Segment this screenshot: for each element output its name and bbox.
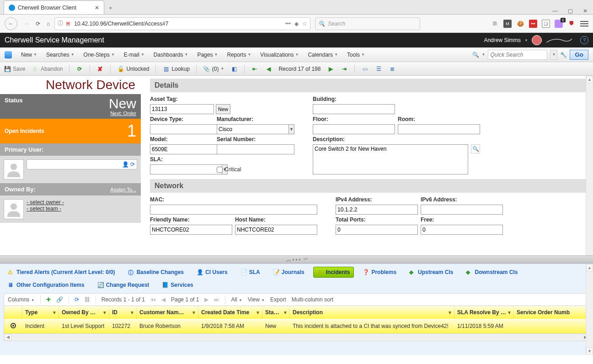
menu-new[interactable]: New▼ <box>21 52 37 58</box>
col-customer[interactable]: Customer Nam…▼ <box>137 306 198 319</box>
description-textarea[interactable] <box>313 144 468 174</box>
splitter-bar[interactable]: ︽ • • • ︾ <box>0 255 593 264</box>
back-button[interactable]: ← <box>5 17 17 30</box>
close-window-icon[interactable]: ✕ <box>583 8 588 14</box>
grid-hscroll[interactable]: ◀ ▶ <box>4 334 589 341</box>
menu-calendars[interactable]: Calendars▼ <box>308 52 338 58</box>
grid-link-icon[interactable]: 🔗 <box>56 296 63 303</box>
columns-button[interactable]: Columns ▼ <box>8 296 35 303</box>
device-type-dropdown[interactable]: ▼ <box>150 124 228 134</box>
refresh-icon[interactable]: ⟳ <box>76 65 83 73</box>
tab-journals[interactable]: 📝Journals <box>269 267 309 278</box>
ipv6-input[interactable] <box>421 205 503 215</box>
lookup-button[interactable]: Lookup <box>171 66 189 72</box>
save-button[interactable]: Save <box>13 66 25 72</box>
tab-incidents[interactable]: ⚠Incidents <box>313 267 354 278</box>
ipv4-input[interactable] <box>336 205 418 215</box>
manufacturer-dropdown[interactable]: ▼ <box>217 124 294 134</box>
free-input[interactable] <box>421 225 503 235</box>
next-record-icon[interactable]: ▶ <box>327 65 334 73</box>
more-icon[interactable]: ••• <box>285 21 291 27</box>
reload-button[interactable]: ⟳ <box>36 21 40 27</box>
attach-icon[interactable]: 📎 <box>203 65 210 73</box>
browser-tab[interactable]: Cherwell Browser Client ✕ <box>4 0 104 14</box>
host-input[interactable] <box>235 225 317 235</box>
col-service[interactable]: Service Order Numb <box>514 306 587 319</box>
building-input[interactable] <box>313 104 395 114</box>
eraser-icon[interactable]: ◧ <box>230 65 238 73</box>
ext-icon-reader[interactable]: ❏ <box>542 20 550 28</box>
menu-dashboards[interactable]: Dashboards▼ <box>154 52 188 58</box>
menu-visualizations[interactable]: Visualizations▼ <box>260 52 299 58</box>
ext-icon-ublock[interactable]: ⛊ <box>567 20 576 28</box>
description-zoom-icon[interactable]: 🔍 <box>471 144 480 153</box>
help-icon[interactable]: ? <box>580 36 588 44</box>
unlocked-label[interactable]: Unlocked <box>126 66 149 72</box>
collapse-up-icon[interactable]: ︽ <box>286 256 290 263</box>
menu-tools[interactable]: Tools▼ <box>347 52 365 58</box>
col-description[interactable]: Description▼ <box>290 306 454 319</box>
home-icon[interactable] <box>5 51 12 58</box>
library-icon[interactable]: III\ <box>491 20 499 28</box>
tab-upstream[interactable]: ◆Upstream CIs <box>405 267 457 278</box>
open-incidents-box[interactable]: Open Incidents 1 <box>0 119 141 143</box>
col-id[interactable]: ID▼ <box>109 306 137 319</box>
next-page-icon[interactable]: ▶ <box>204 296 208 303</box>
info-icon[interactable]: ⓘ <box>58 20 63 27</box>
prev-record-icon[interactable]: ◀ <box>265 65 272 73</box>
user-avatar[interactable] <box>532 35 542 45</box>
view-form-icon[interactable]: ▭ <box>361 65 369 73</box>
close-tab-icon[interactable]: ✕ <box>95 5 99 11</box>
bottom-scrollbar[interactable]: ▲▼ <box>586 264 593 355</box>
ext-icon-lastpass[interactable]: ••• <box>529 20 537 28</box>
primary-user-field[interactable]: 👤⟳ <box>27 159 137 169</box>
minimize-icon[interactable]: — <box>552 8 558 14</box>
wrench-icon[interactable]: 🔧 <box>560 52 567 58</box>
sla-dropdown[interactable]: ▼ <box>150 164 228 174</box>
asset-new-button[interactable]: New <box>216 104 230 114</box>
select-team-link[interactable]: - select team - <box>27 206 64 212</box>
tab-change-request[interactable]: 🔄Change Request <box>93 280 154 290</box>
tab-other-ci[interactable]: 🖥Other Configuration Items <box>4 280 89 290</box>
collapse-down-icon[interactable]: ︾ <box>303 256 307 263</box>
tab-services[interactable]: 📘Services <box>158 280 197 290</box>
quick-search-input[interactable] <box>488 50 547 60</box>
col-sla[interactable]: SLA Resolve By …▼ <box>454 306 514 319</box>
serial-input[interactable] <box>217 144 294 154</box>
ext-icon-badge[interactable]: 0 <box>555 20 563 28</box>
view-list-icon[interactable]: ☰ <box>375 65 382 73</box>
search-tool-icon[interactable]: 🔍 <box>472 52 479 58</box>
outer-scrollbar[interactable]: ▲ <box>586 76 593 255</box>
menu-pages[interactable]: Pages▼ <box>197 52 218 58</box>
col-status[interactable]: Sta…▼ <box>262 306 290 319</box>
critical-checkbox[interactable] <box>217 167 223 173</box>
tab-ci-users[interactable]: 👤CI Users <box>192 267 232 278</box>
all-filter[interactable]: All ▼ <box>231 296 242 303</box>
browser-search[interactable]: 🔍 Search <box>315 17 420 30</box>
col-created[interactable]: Created Date Time▼ <box>198 306 262 319</box>
export-button[interactable]: Export <box>270 296 286 303</box>
ext-icon-1[interactable]: M <box>503 20 512 28</box>
floor-input[interactable] <box>313 124 395 134</box>
delete-icon[interactable]: ✘ <box>96 65 104 73</box>
menu-searches[interactable]: Searches▼ <box>46 52 75 58</box>
home-button[interactable]: ⌂ <box>47 21 50 27</box>
model-input[interactable] <box>150 144 228 154</box>
multisort-button[interactable]: Multi-column sort <box>292 296 333 303</box>
grid-unlink-icon[interactable]: ⛓ <box>85 296 90 303</box>
shield-slash-icon[interactable]: ⛨ <box>66 21 71 27</box>
quick-search-dropdown[interactable]: ▼ <box>550 50 557 60</box>
menu-icon[interactable] <box>580 20 588 28</box>
view-menu[interactable]: View ▼ <box>248 296 265 303</box>
reader-icon[interactable]: ◆ <box>294 21 299 27</box>
col-owned[interactable]: Owned By …▼ <box>59 306 109 319</box>
asset-tag-input[interactable] <box>150 104 214 114</box>
maximize-icon[interactable]: ▢ <box>568 8 573 14</box>
col-type[interactable]: Type▼ <box>22 306 59 319</box>
row-selected-indicator[interactable] <box>11 323 16 328</box>
first-page-icon[interactable]: ⏮ <box>150 296 156 303</box>
tab-sla[interactable]: 📄SLA <box>236 267 264 278</box>
user-lookup-icon[interactable]: 👤 <box>122 161 129 168</box>
last-page-icon[interactable]: ⏭ <box>214 296 219 303</box>
ext-icon-cookie[interactable]: 🍪 <box>516 20 524 28</box>
